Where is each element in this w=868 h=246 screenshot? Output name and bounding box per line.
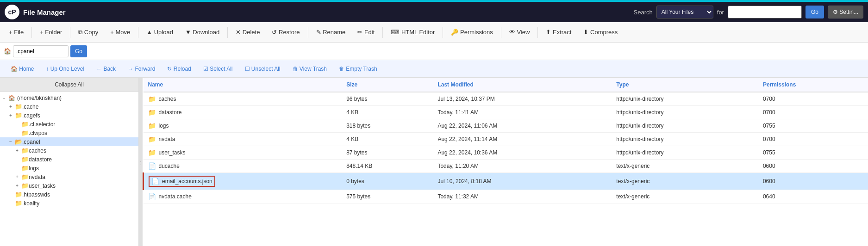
cell-name: 📁user_tasks [144, 146, 342, 160]
folder-icon: 📁 [148, 109, 156, 116]
view-button[interactable]: 👁 View [504, 26, 535, 38]
cell-size: 4 KB [342, 106, 433, 119]
sidebar-item-label-caches: caches [29, 148, 46, 154]
cell-permissions: 0700 [758, 133, 868, 146]
sidebar-item-htpasswds[interactable]: 📁 .htpasswds [0, 190, 138, 199]
permissions-button[interactable]: 🔑 Permissions [446, 26, 498, 38]
move-button[interactable]: + Move [105, 26, 135, 38]
folder-icon-koality: 📁 [15, 200, 22, 207]
col-header-last-modified[interactable]: Last Modified [433, 78, 612, 92]
expand-icon-cagefs: + [9, 113, 14, 118]
extract-button[interactable]: ⬆ Extract [541, 26, 576, 38]
table-row[interactable]: 📄ducache 848.14 KB Today, 11:20 AM text/… [144, 160, 868, 173]
rename-button[interactable]: ✎ Rename [311, 26, 351, 38]
cell-name: 📁caches [144, 92, 342, 106]
settings-button[interactable]: ⚙ Settin... [828, 6, 863, 18]
home-button[interactable]: 🏠 Home [6, 63, 39, 74]
table-row[interactable]: 📁caches 96 bytes Jul 13, 2024, 10:37 PM … [144, 92, 868, 106]
cell-type: httpd/unix-directory [612, 146, 758, 160]
empty-trash-button[interactable]: 🗑 Empty Trash [334, 63, 382, 74]
sidebar-item-cl-selector[interactable]: 📁 .cl.selector [0, 120, 138, 129]
expand-icon-user-tasks: + [16, 183, 20, 188]
path-input[interactable] [13, 45, 69, 57]
header-right: Search All Your Files File Names Only Fi… [634, 6, 863, 18]
collapse-all-button[interactable]: Collapse All [0, 78, 138, 92]
search-go-button[interactable]: Go [806, 6, 824, 18]
edit-button[interactable]: ✏ Edit [352, 26, 380, 38]
forward-button[interactable]: → Forward [123, 63, 160, 74]
new-folder-button[interactable]: + Folder [35, 26, 67, 38]
table-row[interactable]: 📁datastore 4 KB Today, 11:41 AM httpd/un… [144, 106, 868, 119]
file-name: nvdata [159, 136, 175, 142]
file-icon: 📄 [148, 162, 156, 170]
folder-icon-user-tasks: 📁 [21, 182, 29, 189]
reload-button[interactable]: ↻ Reload [162, 63, 196, 74]
col-header-size[interactable]: Size [342, 78, 433, 92]
upload-button[interactable]: ▲ Upload [141, 26, 178, 38]
back-button[interactable]: ← Back [91, 63, 121, 74]
sidebar-item-logs[interactable]: 📁 logs [0, 164, 138, 172]
sidebar-item-label-datastore: datastore [29, 156, 52, 163]
folder-icon-cls: 📁 [21, 121, 29, 128]
restore-button[interactable]: ↺ Restore [267, 26, 305, 38]
cell-name: 📁logs [144, 119, 342, 133]
sidebar-item-datastore[interactable]: 📁 datastore [0, 155, 138, 164]
file-name: ducache [159, 163, 180, 169]
compress-button[interactable]: ⬇ Compress [578, 26, 623, 38]
cell-name: 📁nvdata [144, 133, 342, 146]
view-trash-button[interactable]: 🗑 View Trash [287, 63, 332, 74]
sidebar-item-label-root: (/home/bknskhan) [17, 95, 62, 101]
cell-type: httpd/unix-directory [612, 119, 758, 133]
cell-type: text/x-generic [612, 160, 758, 173]
cell-size: 575 bytes [342, 190, 433, 203]
sep4 [227, 27, 228, 38]
sidebar-item-koality[interactable]: 📁 .koality [0, 199, 138, 208]
resize-handle[interactable]: ⋮ [139, 78, 143, 246]
sidebar-item-cache[interactable]: + 📁 .cache [0, 102, 138, 111]
delete-button[interactable]: ✕ Delete [231, 26, 265, 38]
toolbar: + File + Folder ⧉ Copy + Move ▲ Upload ▼… [0, 22, 868, 43]
folder-icon-cache: 📁 [15, 103, 22, 110]
sidebar-item-nvdata[interactable]: + 📁 nvdata [0, 172, 138, 181]
sidebar-item-label-clwpos: .clwpos [29, 130, 47, 136]
nav-go-button[interactable]: Go [70, 45, 87, 57]
sidebar-item-caches[interactable]: + 📁 caches [0, 146, 138, 155]
sidebar-item-user-tasks[interactable]: + 📁 user_tasks [0, 181, 138, 190]
up-one-level-button[interactable]: ↑ Up One Level [41, 63, 89, 74]
select-all-button[interactable]: ☑ Select All [198, 63, 238, 74]
new-file-button[interactable]: + File [4, 26, 29, 38]
download-button[interactable]: ▼ Download [180, 26, 225, 38]
sidebar-item-cpanel[interactable]: − 📂 .cpanel [0, 137, 138, 146]
search-input[interactable] [728, 6, 802, 18]
header-bar: cP File Manager Search All Your Files Fi… [0, 2, 868, 22]
sidebar-item-label-koality: .koality [22, 200, 39, 207]
nav-bar: 🏠 Go [0, 43, 868, 60]
col-header-name[interactable]: Name [144, 78, 342, 92]
sep1 [31, 27, 32, 38]
col-header-type[interactable]: Type [612, 78, 758, 92]
search-scope-select[interactable]: All Your Files File Names Only File Cont… [656, 6, 713, 18]
sidebar-item-root[interactable]: − 🏠 (/home/bknskhan) [0, 94, 138, 102]
home-icon: 🏠 [4, 48, 11, 55]
col-header-permissions[interactable]: Permissions [758, 78, 868, 92]
copy-button[interactable]: ⧉ Copy [73, 26, 103, 39]
cell-size: 0 bytes [342, 173, 433, 190]
table-row[interactable]: 📁nvdata 4 KB Aug 22, 2024, 11:14 AM http… [144, 133, 868, 146]
file-table: Name Size Last Modified Type Permissions… [143, 78, 868, 203]
sidebar-item-clwpos[interactable]: 📁 .clwpos [0, 129, 138, 137]
table-row[interactable]: 📄nvdata.cache 575 bytes Today, 11:32 AM … [144, 190, 868, 203]
html-editor-button[interactable]: ⌨ HTML Editor [386, 26, 440, 38]
app-title: File Manager [23, 8, 66, 16]
file-name: caches [159, 96, 176, 102]
table-row[interactable]: 📁logs 318 bytes Aug 22, 2024, 11:06 AM h… [144, 119, 868, 133]
folder-icon: 📁 [148, 95, 156, 103]
cell-name: 📄ducache [144, 160, 342, 173]
folder-icon-nvdata: 📁 [21, 173, 29, 180]
cell-permissions: 0700 [758, 92, 868, 106]
table-row[interactable]: 📄email_accounts.json 0 bytes Jul 10, 202… [144, 173, 868, 190]
unselect-all-button[interactable]: ☐ Unselect All [240, 63, 286, 74]
sidebar-tree: − 🏠 (/home/bknskhan) + 📁 .cache + 📁 .cag… [0, 92, 138, 209]
file-name: nvdata.cache [159, 193, 192, 200]
sidebar-item-cagefs[interactable]: + 📁 .cagefs [0, 111, 138, 120]
table-row[interactable]: 📁user_tasks 87 bytes Aug 22, 2024, 10:36… [144, 146, 868, 160]
